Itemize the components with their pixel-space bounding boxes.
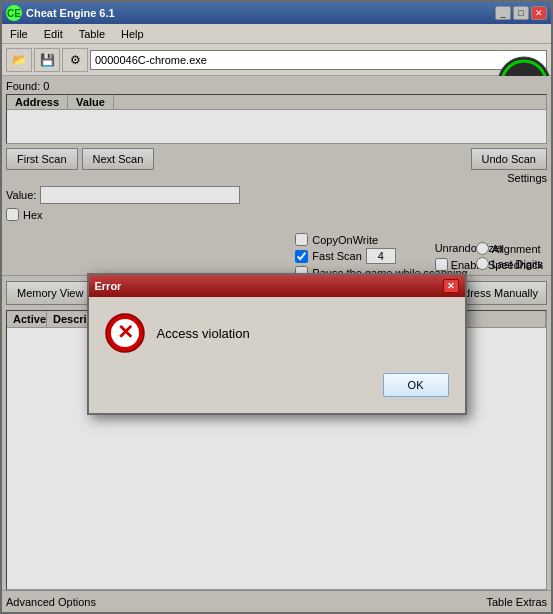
- svg-text:✕: ✕: [116, 321, 133, 343]
- error-content: ✕ Access violation: [105, 313, 449, 353]
- error-dialog: Error ✕ ✕ Access violation: [87, 273, 467, 415]
- modal-overlay: Error ✕ ✕ Access violation: [2, 76, 551, 612]
- error-title: Error: [95, 280, 122, 292]
- title-bar: CE Cheat Engine 6.1 _ □ ✕: [2, 2, 551, 24]
- menu-bar: File Edit Table Help: [2, 24, 551, 44]
- app-icon: CE: [6, 5, 22, 21]
- settings-toolbar-button[interactable]: ⚙: [62, 48, 88, 72]
- content-area: Found: 0 Address Value First Scan Next S…: [2, 76, 551, 612]
- open-button[interactable]: 📂: [6, 48, 32, 72]
- minimize-button[interactable]: _: [495, 6, 511, 20]
- title-bar-left: CE Cheat Engine 6.1: [6, 5, 115, 21]
- error-message: Access violation: [157, 326, 250, 341]
- menu-table[interactable]: Table: [75, 27, 109, 41]
- save-button[interactable]: 💾: [34, 48, 60, 72]
- menu-edit[interactable]: Edit: [40, 27, 67, 41]
- title-buttons: _ □ ✕: [495, 6, 547, 20]
- menu-file[interactable]: File: [6, 27, 32, 41]
- main-window: CE Cheat Engine 6.1 _ □ ✕ File Edit Tabl…: [0, 0, 553, 614]
- error-body: ✕ Access violation OK: [89, 297, 465, 413]
- process-input[interactable]: [90, 50, 547, 70]
- toolbar: 📂 💾 ⚙ CE: [2, 44, 551, 76]
- error-close-button[interactable]: ✕: [443, 279, 459, 293]
- window-title: Cheat Engine 6.1: [26, 7, 115, 19]
- error-icon: ✕: [105, 313, 145, 353]
- menu-help[interactable]: Help: [117, 27, 148, 41]
- error-footer: OK: [105, 373, 449, 397]
- maximize-button[interactable]: □: [513, 6, 529, 20]
- error-title-bar: Error ✕: [89, 275, 465, 297]
- ok-button[interactable]: OK: [383, 373, 449, 397]
- close-button[interactable]: ✕: [531, 6, 547, 20]
